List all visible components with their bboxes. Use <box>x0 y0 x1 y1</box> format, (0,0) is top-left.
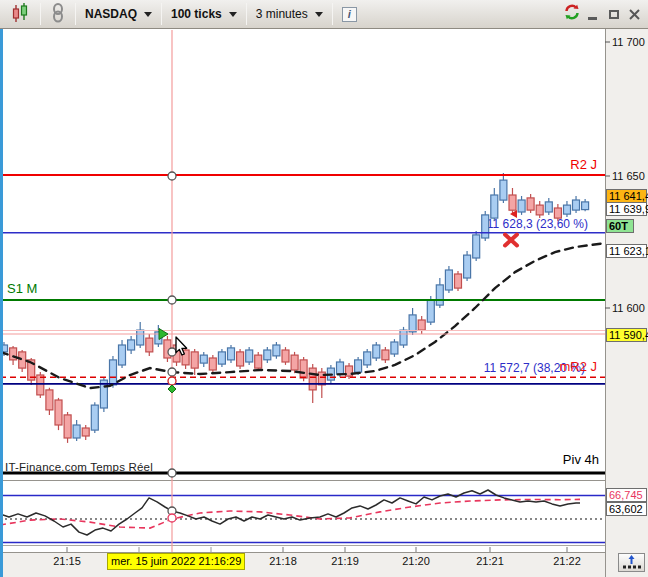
toolbar-separator <box>332 3 333 25</box>
watermark: IT-Finance.com Temps Réel <box>5 461 153 473</box>
link-button[interactable] <box>43 2 73 26</box>
refresh-button[interactable] <box>564 7 579 22</box>
toolbar-separator <box>161 3 162 25</box>
link-icon <box>50 3 66 26</box>
window-left-border <box>0 29 3 577</box>
maximize-button[interactable] <box>606 7 621 22</box>
price-axis-box: 60T <box>606 219 634 233</box>
time-axis-label: 21:21 <box>476 555 504 567</box>
labels-layer: R2 J S1 M 11 628,3 (23,60 %) 11 572,7 (3… <box>0 0 648 577</box>
timeframe-dropdown[interactable]: 3 minutes <box>249 2 330 26</box>
refresh-icon <box>563 3 581 25</box>
close-button[interactable] <box>627 7 642 22</box>
instrument-label: NASDAQ <box>85 7 137 21</box>
minimize-button[interactable] <box>585 7 600 22</box>
price-axis-box: 11 590,4 <box>606 328 647 342</box>
price-axis-box: 63,602 <box>606 502 647 516</box>
fib-label-236: 11 628,3 (23,60 %) <box>487 217 588 231</box>
minimize-icon <box>588 17 597 20</box>
chart-type-button[interactable] <box>4 2 38 26</box>
level-label-s1: S1 M <box>7 281 37 296</box>
time-axis-label: 21:20 <box>402 555 430 567</box>
toolbar-separator <box>40 3 41 25</box>
timeframe-label: 3 minutes <box>256 7 308 21</box>
price-axis-box: 66,745 <box>606 488 647 502</box>
price-axis-box: 11 641,4 <box>606 189 647 203</box>
tick-interval-label: 100 ticks <box>171 7 222 21</box>
maximize-icon <box>609 10 619 19</box>
price-axis-box: 11 639,9 <box>606 202 647 216</box>
titlebar: NASDAQ 100 ticks 3 minutes i <box>0 0 648 29</box>
scale-up-icon <box>621 555 642 570</box>
price-axis-tick: 11 600 <box>612 302 645 314</box>
level-label-r2: R2 J <box>570 157 597 172</box>
level-label-piv: Piv 4h <box>563 452 599 467</box>
axis-settings-button[interactable] <box>618 553 645 572</box>
time-axis-label: 21:19 <box>331 555 359 567</box>
chevron-down-icon <box>315 12 323 17</box>
price-axis-tick: 11 700 <box>612 36 645 48</box>
price-axis-box: 11 623,1 <box>606 244 647 258</box>
price-axis-tick: 11 650 <box>612 170 645 182</box>
chevron-down-icon <box>229 12 237 17</box>
instrument-dropdown[interactable]: NASDAQ <box>78 2 159 26</box>
info-icon: i <box>342 7 357 22</box>
time-axis-label: 21:22 <box>553 555 581 567</box>
crosshair-date-tooltip: mer. 15 juin 2022 21:16:29 <box>107 553 245 570</box>
toolbar-separator <box>75 3 76 25</box>
info-button[interactable]: i <box>335 2 364 26</box>
close-icon <box>629 9 640 20</box>
time-axis-label: 21:18 <box>269 555 297 567</box>
level-label-mr2: mR2 J <box>559 359 597 374</box>
candlestick-icon <box>11 2 31 27</box>
chart-window: NASDAQ 100 ticks 3 minutes i <box>0 0 648 577</box>
toolbar-separator <box>246 3 247 25</box>
tick-interval-dropdown[interactable]: 100 ticks <box>164 2 244 26</box>
time-axis-label: 21:15 <box>53 555 81 567</box>
chevron-down-icon <box>144 12 152 17</box>
